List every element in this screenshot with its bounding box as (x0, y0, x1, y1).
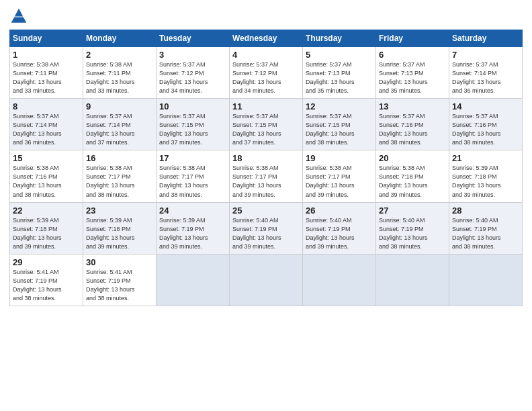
day-info: Sunrise: 5:37 AMSunset: 7:16 PMDaylight:… (379, 113, 428, 146)
day-number: 2 (86, 50, 153, 60)
calendar-day-cell: 21 Sunrise: 5:39 AMSunset: 7:18 PMDaylig… (449, 150, 523, 202)
day-number: 30 (86, 257, 153, 267)
day-number: 10 (159, 101, 226, 111)
day-info: Sunrise: 5:40 AMSunset: 7:19 PMDaylight:… (232, 217, 281, 250)
day-info: Sunrise: 5:38 AMSunset: 7:11 PMDaylight:… (13, 61, 62, 94)
calendar-week-row: 22 Sunrise: 5:39 AMSunset: 7:18 PMDaylig… (10, 202, 523, 254)
day-info: Sunrise: 5:40 AMSunset: 7:19 PMDaylight:… (452, 217, 501, 250)
day-info: Sunrise: 5:38 AMSunset: 7:17 PMDaylight:… (306, 165, 355, 197)
logo-icon (9, 7, 28, 26)
day-number: 15 (13, 153, 80, 163)
day-info: Sunrise: 5:38 AMSunset: 7:17 PMDaylight:… (232, 165, 281, 197)
day-number: 7 (452, 50, 519, 60)
calendar-day-cell: 26 Sunrise: 5:40 AMSunset: 7:19 PMDaylig… (303, 202, 376, 254)
calendar-day-cell (157, 254, 230, 306)
day-number: 28 (452, 205, 519, 216)
calendar-day-cell: 5 Sunrise: 5:37 AMSunset: 7:13 PMDayligh… (303, 47, 376, 99)
calendar-day-cell: 17 Sunrise: 5:38 AMSunset: 7:17 PMDaylig… (157, 150, 230, 202)
calendar-day-cell: 22 Sunrise: 5:39 AMSunset: 7:18 PMDaylig… (10, 202, 83, 254)
calendar-day-cell: 15 Sunrise: 5:38 AMSunset: 7:16 PMDaylig… (10, 150, 83, 202)
day-number: 11 (232, 101, 300, 111)
calendar-day-cell: 10 Sunrise: 5:37 AMSunset: 7:15 PMDaylig… (157, 99, 230, 150)
calendar-day-cell: 30 Sunrise: 5:41 AMSunset: 7:19 PMDaylig… (83, 254, 157, 306)
day-info: Sunrise: 5:39 AMSunset: 7:18 PMDaylight:… (13, 217, 62, 250)
calendar-day-cell: 20 Sunrise: 5:38 AMSunset: 7:18 PMDaylig… (376, 150, 449, 202)
day-number: 21 (452, 153, 519, 163)
day-info: Sunrise: 5:41 AMSunset: 7:19 PMDaylight:… (13, 269, 62, 302)
day-number: 4 (232, 50, 300, 60)
header (9, 7, 523, 26)
weekday-header: Monday (83, 30, 157, 47)
day-info: Sunrise: 5:37 AMSunset: 7:13 PMDaylight:… (379, 61, 428, 94)
day-info: Sunrise: 5:37 AMSunset: 7:14 PMDaylight:… (452, 61, 501, 94)
day-info: Sunrise: 5:39 AMSunset: 7:18 PMDaylight:… (452, 165, 501, 197)
day-info: Sunrise: 5:38 AMSunset: 7:18 PMDaylight:… (379, 165, 428, 197)
calendar-day-cell: 9 Sunrise: 5:37 AMSunset: 7:14 PMDayligh… (83, 99, 157, 150)
logo (9, 7, 30, 26)
day-number: 3 (159, 50, 226, 60)
day-number: 19 (306, 153, 373, 163)
weekday-header: Tuesday (157, 30, 230, 47)
calendar-day-cell: 14 Sunrise: 5:37 AMSunset: 7:16 PMDaylig… (449, 99, 523, 150)
calendar-day-cell (376, 254, 449, 306)
day-info: Sunrise: 5:41 AMSunset: 7:19 PMDaylight:… (86, 269, 135, 302)
calendar-day-cell: 13 Sunrise: 5:37 AMSunset: 7:16 PMDaylig… (376, 99, 449, 150)
calendar-day-cell (449, 254, 523, 306)
day-number: 29 (13, 257, 80, 267)
calendar-day-cell: 28 Sunrise: 5:40 AMSunset: 7:19 PMDaylig… (449, 202, 523, 254)
day-info: Sunrise: 5:37 AMSunset: 7:15 PMDaylight:… (159, 113, 208, 146)
calendar-week-row: 15 Sunrise: 5:38 AMSunset: 7:16 PMDaylig… (10, 150, 523, 202)
day-number: 22 (13, 205, 80, 216)
calendar-week-row: 8 Sunrise: 5:37 AMSunset: 7:14 PMDayligh… (10, 99, 523, 150)
calendar-day-cell: 6 Sunrise: 5:37 AMSunset: 7:13 PMDayligh… (376, 47, 449, 99)
calendar-day-cell: 16 Sunrise: 5:38 AMSunset: 7:17 PMDaylig… (83, 150, 157, 202)
day-info: Sunrise: 5:38 AMSunset: 7:16 PMDaylight:… (13, 165, 62, 197)
day-info: Sunrise: 5:39 AMSunset: 7:19 PMDaylight:… (159, 217, 208, 250)
calendar-day-cell: 1 Sunrise: 5:38 AMSunset: 7:11 PMDayligh… (10, 47, 83, 99)
day-number: 25 (232, 205, 300, 216)
day-info: Sunrise: 5:37 AMSunset: 7:13 PMDaylight:… (306, 61, 355, 94)
calendar-table: SundayMondayTuesdayWednesdayThursdayFrid… (9, 30, 523, 306)
day-number: 6 (379, 50, 446, 60)
day-number: 14 (452, 101, 519, 111)
day-number: 26 (306, 205, 373, 216)
day-info: Sunrise: 5:37 AMSunset: 7:14 PMDaylight:… (86, 113, 135, 146)
calendar-day-cell: 25 Sunrise: 5:40 AMSunset: 7:19 PMDaylig… (230, 202, 303, 254)
calendar-day-cell: 23 Sunrise: 5:39 AMSunset: 7:18 PMDaylig… (83, 202, 157, 254)
calendar-day-cell: 12 Sunrise: 5:37 AMSunset: 7:15 PMDaylig… (303, 99, 376, 150)
calendar-day-cell: 18 Sunrise: 5:38 AMSunset: 7:17 PMDaylig… (230, 150, 303, 202)
day-info: Sunrise: 5:38 AMSunset: 7:11 PMDaylight:… (86, 61, 135, 94)
day-number: 5 (306, 50, 373, 60)
day-info: Sunrise: 5:37 AMSunset: 7:15 PMDaylight:… (306, 113, 355, 146)
calendar-day-cell: 11 Sunrise: 5:37 AMSunset: 7:15 PMDaylig… (230, 99, 303, 150)
day-info: Sunrise: 5:40 AMSunset: 7:19 PMDaylight:… (379, 217, 428, 250)
calendar-day-cell: 27 Sunrise: 5:40 AMSunset: 7:19 PMDaylig… (376, 202, 449, 254)
calendar-day-cell: 2 Sunrise: 5:38 AMSunset: 7:11 PMDayligh… (83, 47, 157, 99)
day-info: Sunrise: 5:38 AMSunset: 7:17 PMDaylight:… (86, 165, 135, 197)
calendar-day-cell: 4 Sunrise: 5:37 AMSunset: 7:12 PMDayligh… (230, 47, 303, 99)
day-number: 8 (13, 101, 80, 111)
calendar-day-cell: 8 Sunrise: 5:37 AMSunset: 7:14 PMDayligh… (10, 99, 83, 150)
calendar-week-row: 29 Sunrise: 5:41 AMSunset: 7:19 PMDaylig… (10, 254, 523, 306)
day-info: Sunrise: 5:39 AMSunset: 7:18 PMDaylight:… (86, 217, 135, 250)
svg-marker-0 (11, 9, 26, 23)
day-number: 24 (159, 205, 226, 216)
day-info: Sunrise: 5:37 AMSunset: 7:15 PMDaylight:… (232, 113, 281, 146)
day-number: 9 (86, 101, 153, 111)
day-info: Sunrise: 5:37 AMSunset: 7:14 PMDaylight:… (13, 113, 62, 146)
day-number: 16 (86, 153, 153, 163)
day-info: Sunrise: 5:37 AMSunset: 7:12 PMDaylight:… (159, 61, 208, 94)
calendar-day-cell: 3 Sunrise: 5:37 AMSunset: 7:12 PMDayligh… (157, 47, 230, 99)
day-number: 20 (379, 153, 446, 163)
day-info: Sunrise: 5:37 AMSunset: 7:12 PMDaylight:… (232, 61, 281, 94)
calendar-day-cell (230, 254, 303, 306)
day-info: Sunrise: 5:38 AMSunset: 7:17 PMDaylight:… (159, 165, 208, 197)
calendar-day-cell: 24 Sunrise: 5:39 AMSunset: 7:19 PMDaylig… (157, 202, 230, 254)
day-number: 17 (159, 153, 226, 163)
day-info: Sunrise: 5:37 AMSunset: 7:16 PMDaylight:… (452, 113, 501, 146)
svg-rect-2 (13, 16, 25, 17)
day-number: 27 (379, 205, 446, 216)
calendar-week-row: 1 Sunrise: 5:38 AMSunset: 7:11 PMDayligh… (10, 47, 523, 99)
weekday-header: Wednesday (230, 30, 303, 47)
calendar-day-cell: 29 Sunrise: 5:41 AMSunset: 7:19 PMDaylig… (10, 254, 83, 306)
